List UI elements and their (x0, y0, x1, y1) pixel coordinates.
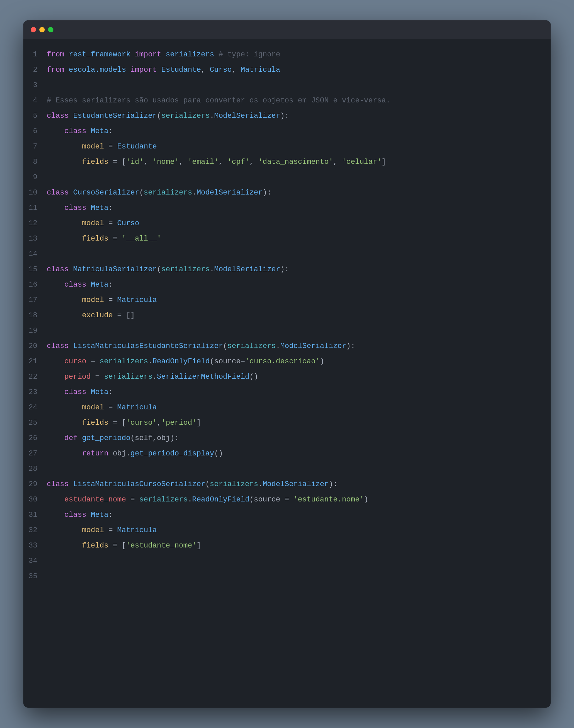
line-number: 22 (24, 369, 47, 385)
line-number: 7 (24, 139, 47, 155)
code-line: 30 estudante_nome = serializers.ReadOnly… (24, 492, 550, 508)
line-content: curso = serializers.ReadOnlyField(source… (47, 354, 550, 369)
line-number: 18 (24, 308, 47, 323)
line-number: 15 (24, 262, 47, 277)
line-number: 26 (24, 431, 47, 446)
line-content: model = Matricula (47, 400, 550, 415)
line-number: 19 (24, 323, 47, 339)
line-content: class Meta: (47, 277, 550, 293)
line-content: class MatriculaSerializer(serializers.Mo… (47, 262, 550, 277)
code-line: 33 fields = ['estudante_nome'] (24, 538, 550, 554)
line-content: model = Curso (47, 216, 550, 231)
code-line: 14 (24, 247, 550, 262)
code-line: 7 model = Estudante (24, 139, 550, 155)
line-number: 28 (24, 461, 47, 477)
line-number: 30 (24, 492, 47, 508)
code-line: 1from rest_framework import serializers … (24, 47, 550, 62)
code-line: 31 class Meta: (24, 508, 550, 523)
maximize-button[interactable] (48, 27, 53, 32)
line-content: class Meta: (47, 385, 550, 400)
code-line: 18 exclude = [] (24, 308, 550, 323)
line-number: 31 (24, 508, 47, 523)
line-number: 14 (24, 247, 47, 262)
code-line: 4# Esses serializers são usados para con… (24, 93, 550, 109)
code-line: 15class MatriculaSerializer(serializers.… (24, 262, 550, 277)
line-number: 5 (24, 109, 47, 124)
code-line: 26 def get_periodo(self,obj): (24, 431, 550, 446)
code-line: 28 (24, 461, 550, 477)
line-number: 29 (24, 477, 47, 492)
code-line: 6 class Meta: (24, 124, 550, 139)
line-content: def get_periodo(self,obj): (47, 431, 550, 446)
line-number: 21 (24, 354, 47, 369)
code-line: 17 model = Matricula (24, 293, 550, 308)
code-line: 19 (24, 323, 550, 339)
code-line: 16 class Meta: (24, 277, 550, 293)
code-line: 20class ListaMatriculasEstudanteSerializ… (24, 339, 550, 354)
code-line: 10class CursoSerializer(serializers.Mode… (24, 185, 550, 201)
line-content: model = Matricula (47, 293, 550, 308)
line-content: fields = '__all__' (47, 231, 550, 247)
line-number: 11 (24, 201, 47, 216)
line-content: class ListaMatriculasCursoSerializer(ser… (47, 477, 550, 492)
code-line: 11 class Meta: (24, 201, 550, 216)
code-line: 13 fields = '__all__' (24, 231, 550, 247)
line-content: model = Matricula (47, 523, 550, 538)
line-content: class Meta: (47, 124, 550, 139)
code-line: 8 fields = ['id', 'nome', 'email', 'cpf'… (24, 155, 550, 170)
line-content: exclude = [] (47, 308, 550, 323)
code-line: 29class ListaMatriculasCursoSerializer(s… (24, 477, 550, 492)
line-content: fields = ['id', 'nome', 'email', 'cpf', … (47, 155, 550, 170)
line-content: class EstudanteSerializer(serializers.Mo… (47, 109, 550, 124)
line-content: fields = ['curso','period'] (47, 415, 550, 431)
code-window: 1from rest_framework import serializers … (24, 20, 550, 708)
line-content: class CursoSerializer(serializers.ModelS… (47, 185, 550, 201)
line-number: 27 (24, 446, 47, 461)
code-line: 3 (24, 78, 550, 93)
title-bar (24, 20, 550, 39)
line-content: from escola.models import Estudante, Cur… (47, 62, 550, 78)
line-content: model = Estudante (47, 139, 550, 155)
line-content: class ListaMatriculasEstudanteSerializer… (47, 339, 550, 354)
line-number: 3 (24, 78, 47, 93)
code-line: 21 curso = serializers.ReadOnlyField(sou… (24, 354, 550, 369)
code-line: 27 return obj.get_periodo_display() (24, 446, 550, 461)
code-editor: 1from rest_framework import serializers … (24, 39, 550, 592)
line-number: 25 (24, 415, 47, 431)
line-number: 1 (24, 47, 47, 62)
line-number: 35 (24, 569, 47, 584)
code-line: 23 class Meta: (24, 385, 550, 400)
line-content: class Meta: (47, 508, 550, 523)
close-button[interactable] (31, 27, 36, 32)
line-content: from rest_framework import serializers #… (47, 47, 550, 62)
line-number: 34 (24, 554, 47, 569)
code-line: 22 period = serializers.SerializerMethod… (24, 369, 550, 385)
code-line: 35 (24, 569, 550, 584)
line-number: 13 (24, 231, 47, 247)
line-number: 4 (24, 93, 47, 109)
line-number: 32 (24, 523, 47, 538)
line-content: # Esses serializers são usados para conv… (47, 93, 550, 109)
line-number: 8 (24, 155, 47, 170)
line-number: 17 (24, 293, 47, 308)
code-line: 34 (24, 554, 550, 569)
line-number: 16 (24, 277, 47, 293)
line-content: period = serializers.SerializerMethodFie… (47, 369, 550, 385)
code-line: 12 model = Curso (24, 216, 550, 231)
line-number: 24 (24, 400, 47, 415)
code-line: 5class EstudanteSerializer(serializers.M… (24, 109, 550, 124)
line-content: fields = ['estudante_nome'] (47, 538, 550, 554)
line-content: return obj.get_periodo_display() (47, 446, 550, 461)
line-number: 33 (24, 538, 47, 554)
code-line: 24 model = Matricula (24, 400, 550, 415)
code-line: 9 (24, 170, 550, 185)
line-content: estudante_nome = serializers.ReadOnlyFie… (47, 492, 550, 508)
line-number: 23 (24, 385, 47, 400)
line-number: 10 (24, 185, 47, 201)
line-number: 6 (24, 124, 47, 139)
code-line: 32 model = Matricula (24, 523, 550, 538)
minimize-button[interactable] (39, 27, 45, 32)
line-number: 20 (24, 339, 47, 354)
line-content: class Meta: (47, 201, 550, 216)
line-number: 12 (24, 216, 47, 231)
